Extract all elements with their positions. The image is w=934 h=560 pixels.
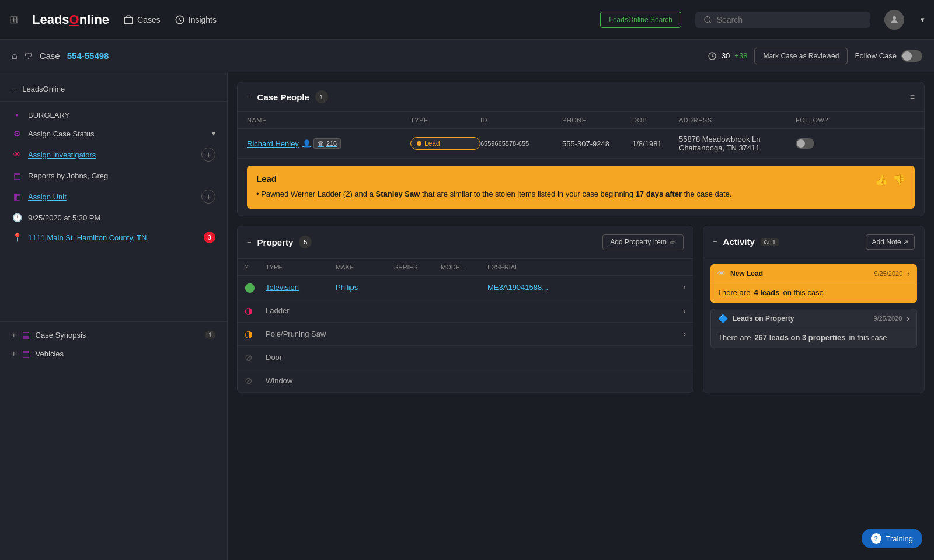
property-row-saw[interactable]: ◑ Pole/Pruning Saw › [238,323,693,346]
property-row-door[interactable]: ⊘ Door [238,346,693,369]
edit-icon: ✏ [670,238,676,247]
thumbs-up-button[interactable]: 👍 [875,174,888,187]
col-id: ID [480,117,562,124]
address-label[interactable]: 1111 Main St, Hamilton County, TN [28,233,147,242]
sidebar-assign-investigators[interactable]: 👁 Assign Investigators + [0,143,227,166]
content-area: − Case People 1 ≡ Name Type ID Phone DOB… [228,72,934,560]
lead-actions: 👍 👎 [875,174,905,187]
person-follow-toggle[interactable] [796,138,831,149]
lead-info-title: Lead [256,174,870,184]
search-bar[interactable] [695,12,870,28]
sidebar-crime-item[interactable]: ▪ BURGLARY [0,106,227,124]
assign-investigators-label[interactable]: Assign Investigators [28,150,96,159]
svg-point-3 [893,16,896,20]
add-property-label: Add Property Item [610,238,667,246]
avatar[interactable] [884,10,904,30]
sidebar-address[interactable]: 📍 1111 Main St, Hamilton County, TN 3 [0,227,227,248]
property-row-ladder[interactable]: ◑ Ladder › [238,299,693,323]
property-row-television[interactable]: ⬤ Television Philips ME3A19041588... › [238,276,693,299]
person-id: 6559665578-655 [480,140,562,147]
crime-type-label: BURGLARY [28,111,69,120]
person-id-badge: 🗑 216 [313,138,341,149]
activity-property-chevron[interactable]: › [907,314,909,323]
case-synopsis-count: 1 [205,331,215,339]
svg-point-2 [705,16,710,22]
activity-new-lead-body: There are 4 leads on this case [710,283,917,303]
col-dob: DOB [632,117,679,124]
person-name[interactable]: Richard Henley 👤 🗑 216 [247,138,410,149]
property-collapse-icon[interactable]: − [247,238,252,247]
assign-status-icon: ⚙ [12,129,22,138]
assign-unit-label[interactable]: Assign Unit [28,192,67,201]
add-note-button[interactable]: Add Note ↗ [866,235,915,250]
follow-case-section: Follow Case [855,50,922,62]
col-type: Type [410,117,480,124]
col-follow: Follow? [796,117,831,124]
col-address: Address [679,117,796,124]
app-logo[interactable]: LeadsOnline [32,12,109,27]
assign-unit-icon: ▦ [12,192,22,201]
sidebar-assign-status[interactable]: ⚙ Assign Case Status ▾ [0,124,227,143]
home-icon[interactable]: ⌂ [12,51,18,61]
property-title: Property [257,237,294,247]
prop-row-chevron-3: › [672,330,686,338]
bottom-row: − Property 5 Add Property Item ✏ ? Type … [237,226,925,393]
activity-new-lead-icon: 👁 [717,269,726,278]
training-label: Training [886,534,913,543]
id-badge-icon: 🗑 [318,140,324,147]
add-property-button[interactable]: Add Property Item ✏ [602,235,684,250]
training-badge[interactable]: ? Training [862,528,922,548]
nav-insights[interactable]: Insights [175,15,217,25]
search-input[interactable] [717,15,862,24]
person-icons: 👤 🗑 216 [302,138,341,149]
toggle-knob [902,51,912,61]
activity-new-lead-header: 👁 New Lead 9/25/2020 › [710,264,917,283]
sidebar-leadsonline-item[interactable]: − LeadsOnline [0,79,227,98]
case-people-collapse-icon[interactable]: − [247,93,252,102]
activity-new-lead-title: New Lead [730,270,869,278]
case-people-count: 1 [315,90,328,103]
assign-investigators-add-button[interactable]: + [201,148,215,162]
grid-icon[interactable]: ⊞ [9,13,18,26]
property-count: 5 [299,236,312,249]
sidebar-divider-1 [0,102,227,102]
activity-new-lead-chevron[interactable]: › [907,269,910,278]
activity-new-lead-date: 9/25/2020 [874,270,902,277]
follow-case-label: Follow Case [855,51,897,60]
top-nav: ⊞ LeadsOnline Cases Insights LeadsOnline… [0,0,934,40]
follow-case-toggle[interactable] [901,50,922,62]
address-icon: 📍 [12,233,22,242]
case-people-filter-icon[interactable]: ≡ [910,92,915,102]
logo-leads-text: Leads [32,12,69,27]
property-row-window[interactable]: ⊘ Window [238,369,693,393]
activity-collapse-icon[interactable]: − [713,237,717,246]
activity-icon-count: 🗂 1 [761,238,779,246]
prop-col-id: ID/Serial [487,264,672,271]
person-name-text: Richard Henley [247,139,299,148]
follow-toggle[interactable] [796,138,814,149]
prop-television-id: ME3A19041588... [487,283,672,292]
prop-col-model: Model [441,264,487,271]
sidebar-assign-unit[interactable]: ▦ Assign Unit + [0,185,227,208]
sidebar-case-synopsis[interactable]: + ▤ Case Synopsis 1 [0,326,227,344]
sidebar: − LeadsOnline ▪ BURGLARY ⚙ Assign Case S… [0,72,228,560]
avatar-chevron-icon[interactable]: ▾ [921,15,925,24]
search-icon [703,15,712,24]
person-dob: 1/8/1981 [632,139,679,148]
nav-cases[interactable]: Cases [123,15,161,25]
activity-new-lead-text-pre: There are [717,288,750,297]
mark-reviewed-button[interactable]: Mark Case as Reviewed [754,48,848,64]
breadcrumb-case-id[interactable]: 554-55498 [67,51,109,61]
lead-badge: Lead [410,137,480,150]
thumbs-down-button[interactable]: 👎 [893,174,905,187]
prop-saw-name: Pole/Pruning Saw [266,330,336,338]
prop-icon-blocked-window: ⊘ [245,375,266,386]
assign-unit-add-button[interactable]: + [201,190,215,204]
sidebar-vehicles[interactable]: + ▤ Vehicles [0,344,227,363]
leadsOnline-search-button[interactable]: LeadsOnline Search [600,12,681,28]
sidebar-reports[interactable]: ▤ Reports by Johns, Greg [0,166,227,185]
person-row[interactable]: Richard Henley 👤 🗑 216 Lead [238,129,924,159]
lead-text-bold1: Stanley Saw [376,190,420,198]
datetime-label: 9/25/2020 at 5:30 PM [28,214,100,222]
activity-header: − Activity 🗂 1 Add Note ↗ [703,226,924,258]
